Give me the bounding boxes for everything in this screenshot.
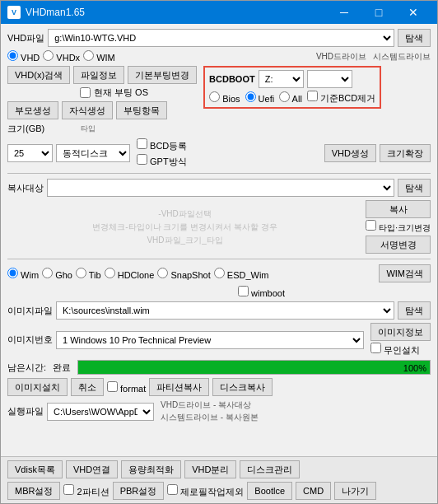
progress-bar-container: 100%	[77, 360, 431, 375]
img-wim-radio[interactable]	[7, 268, 18, 278]
vhd-type-row: VHD VHDx WIM VHD드라이브 시스템드라이브	[7, 50, 431, 63]
create-vhd-button[interactable]: VHD생성	[324, 144, 376, 162]
sign-change-button[interactable]: 서명변경	[366, 236, 431, 254]
img-gho-radio[interactable]	[42, 268, 53, 278]
format-label: format	[107, 381, 146, 394]
app-icon: V	[7, 6, 21, 19]
remove-bcd-check[interactable]	[307, 91, 318, 101]
action-row: 이미지설치 취소 format 파티션복사 디스크복사	[7, 378, 431, 396]
optimize-button[interactable]: 용량최적화	[121, 460, 181, 478]
maximize-button[interactable]: □	[361, 1, 396, 24]
boot-items-button[interactable]: 부팅항목	[116, 101, 167, 119]
basic-boot-button[interactable]: 기본부팅변경	[128, 66, 197, 84]
vhdx-radio[interactable]	[43, 50, 54, 61]
uefi-radio[interactable]	[245, 91, 256, 102]
wim-radio-label: WIM	[83, 50, 115, 63]
vhd-drive-copy-label: VHD드라이브 - 복사대상	[161, 399, 259, 411]
type-label: 타입	[81, 124, 96, 134]
bcd-register-check[interactable]	[137, 138, 147, 149]
tib-radio-img: Tib	[76, 268, 101, 280]
file-info-button[interactable]: 파일정보	[73, 66, 124, 84]
bcd-extra-select[interactable]: C:	[307, 70, 352, 88]
size-controls-row: 25304050 동적디스크 고정디스크 BCD등록 GPT방식 VHD생성 크…	[7, 138, 431, 168]
bcd-box: BCDBOOT Z: Y: C: Bios Uefi All 기준BCD제거	[203, 66, 381, 109]
parent-gen-button[interactable]: 부모생성	[7, 101, 58, 119]
remain-label: 남은시간:	[7, 362, 46, 374]
partition-copy-button[interactable]: 파티션복사	[149, 378, 209, 396]
type-size-check[interactable]	[366, 220, 376, 231]
image-install-button[interactable]: 이미지설치	[7, 378, 68, 396]
disk-manage-button[interactable]: 디스크관리	[240, 460, 300, 478]
image-file-select[interactable]: K:\sources\install.wim	[56, 301, 394, 320]
vhd-file-row: VHD파일 g:\Win10-WTG.VHD 탐색	[7, 29, 431, 47]
bios-radio[interactable]	[209, 91, 220, 102]
vhd-radio[interactable]	[7, 50, 18, 61]
mbr-setup-button[interactable]: MBR설정	[7, 482, 60, 500]
gpt-method-label: GPT방식	[137, 154, 187, 168]
wim-search-button[interactable]: WIM검색	[379, 264, 431, 282]
vhd-connect-button[interactable]: VHD연결	[66, 460, 118, 478]
image-num-select[interactable]: 1 Windows 10 Pro Technical Preview	[56, 331, 364, 349]
img-hdclone-radio[interactable]	[105, 268, 115, 278]
two-partition-label: 2파티션	[63, 484, 109, 498]
img-tib-radio[interactable]	[76, 268, 86, 278]
image-num-label: 이미지번호	[7, 334, 53, 346]
vhdx-search-button[interactable]: VHD(x)검색	[7, 66, 70, 84]
vhd-file-select[interactable]: g:\Win10-WTG.VHD	[48, 29, 394, 47]
progress-bar	[78, 361, 430, 374]
copy-browse-button[interactable]: 탐색	[398, 179, 431, 197]
esdwim-radio-img: ESD_Wim	[214, 268, 269, 280]
cmd-button[interactable]: CMD	[296, 482, 331, 500]
child-gen-button[interactable]: 자식생성	[62, 101, 113, 119]
close-button[interactable]: ✕	[396, 1, 431, 24]
bios-radio-label: Bios	[209, 91, 240, 104]
image-file-row: 이미지파일 K:\sources\install.wim 탐색	[7, 301, 431, 320]
zero-fill-check[interactable]	[167, 484, 178, 495]
format-check[interactable]	[107, 381, 118, 392]
bootice-button[interactable]: Bootlce	[247, 482, 292, 500]
pbr-setup-button[interactable]: PBR설정	[113, 482, 165, 500]
copy-target-row: 복사대상 탐색	[7, 179, 431, 197]
disk-copy-button[interactable]: 디스크복사	[212, 378, 273, 396]
copy-hint2: VHD파일_크기_타입	[147, 235, 222, 246]
wim-radio[interactable]	[83, 50, 94, 61]
unattend-check[interactable]	[370, 343, 381, 353]
copy-hint-row: -VHD파일선택 변경체크-타입이나 크기를 변경시켜서 복사할 경우 VHD파…	[7, 200, 431, 254]
two-partition-check[interactable]	[63, 484, 74, 495]
system-drive-label: 시스템드라이브	[373, 51, 431, 63]
minimize-button[interactable]: ─	[327, 1, 361, 24]
toolbar-row2: 부모생성 자식생성 부팅항목	[7, 101, 197, 119]
bcd-drive-select[interactable]: Z: Y:	[259, 70, 304, 88]
vdisk-button[interactable]: Vdisk목록	[7, 460, 63, 478]
vhd-separate-button[interactable]: VHD분리	[184, 460, 236, 478]
copy-button[interactable]: 복사	[366, 200, 431, 218]
img-esdwim-radio[interactable]	[214, 268, 225, 278]
wimboot-label: wimboot	[238, 286, 285, 298]
wimboot-check[interactable]	[238, 286, 249, 296]
title-buttons: ─ □ ✕	[327, 1, 431, 24]
current-boot-label: 현재 부팅 OS	[94, 86, 148, 99]
exit-button[interactable]: 나가기	[334, 482, 376, 500]
image-browse-button[interactable]: 탐색	[398, 301, 431, 320]
cancel-button[interactable]: 취소	[71, 378, 104, 396]
copy-target-select[interactable]	[47, 179, 394, 197]
bcd-label: BCDBOOT	[209, 74, 255, 84]
current-boot-check[interactable]	[80, 87, 91, 98]
size-gb-label: 크기(GB)	[7, 123, 44, 135]
size-select[interactable]: 25304050	[7, 144, 53, 162]
bcd-register-label: BCD등록	[137, 138, 187, 152]
img-snapshot-radio[interactable]	[157, 268, 168, 278]
all-radio[interactable]	[279, 91, 290, 102]
title-bar: V VHDman1.65 ─ □ ✕	[1, 1, 437, 24]
gpt-method-check[interactable]	[137, 154, 147, 165]
expand-button[interactable]: 크기확장	[380, 144, 431, 162]
install-file-label: 실행파일	[7, 405, 44, 418]
wimboot-row: wimboot	[7, 286, 431, 298]
progress-row: 남은시간: 완료 100%	[7, 360, 431, 375]
install-file-select[interactable]: C:\Users\WOW\AppD:	[47, 403, 154, 421]
browse-button[interactable]: 탐색	[398, 29, 431, 47]
bottom-toolbar: Vdisk목록 VHD연결 용량최적화 VHD분리 디스크관리 MBR설정 2파…	[1, 456, 437, 503]
type-select[interactable]: 동적디스크 고정디스크	[56, 144, 130, 162]
image-info-button[interactable]: 이미지정보	[370, 323, 431, 341]
toolbar-row1: VHD(x)검색 파일정보 기본부팅변경	[7, 66, 197, 84]
